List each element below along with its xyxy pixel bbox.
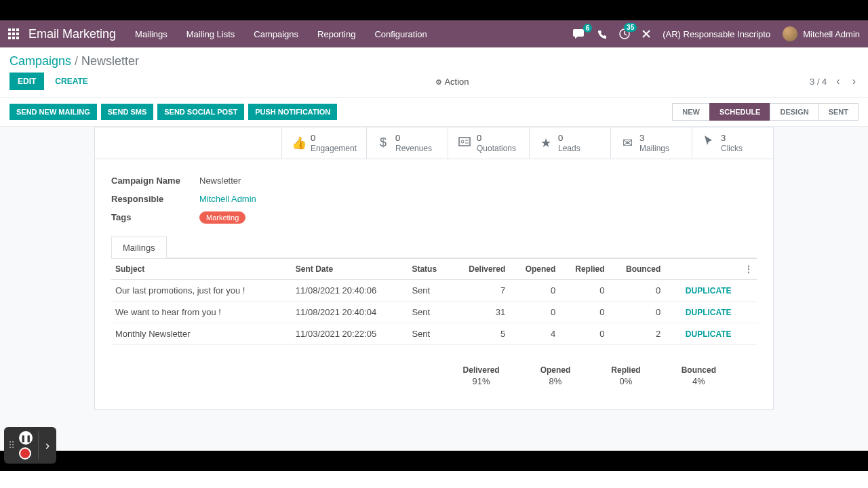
status-sent[interactable]: SENT [818,103,859,121]
main-nav: Mailings Mailing Lists Campaigns Reporti… [135,29,573,39]
col-status[interactable]: Status [408,258,451,279]
tab-mailings[interactable]: Mailings [111,237,167,258]
breadcrumb-root[interactable]: Campaigns [9,54,71,68]
nav-mailings[interactable]: Mailings [135,29,167,39]
duplicate-button[interactable]: DUPLICATE [686,286,732,296]
star-icon: ★ [539,136,553,150]
total-replied-val: 0% [611,376,640,386]
total-opened-val: 8% [540,376,571,386]
drag-handle-icon[interactable]: ⠿ [8,440,15,451]
breadcrumb-current: Newsletter [81,54,139,68]
phone-icon[interactable] [597,29,607,39]
nav-campaigns[interactable]: Campaigns [254,29,298,39]
stat-engagement[interactable]: 👍 0Engagement [281,127,366,159]
totals-summary: Delivered 91% Opened 8% Replied 0% Bounc… [111,345,757,393]
dollar-icon: $ [376,136,390,150]
send-new-mailing-button[interactable]: SEND NEW MAILING [9,104,97,120]
total-delivered-label: Delivered [463,365,500,375]
duplicate-button[interactable]: DUPLICATE [686,329,732,339]
send-sms-button[interactable]: SEND SMS [101,104,153,120]
stat-leads[interactable]: ★ 0Leads [529,127,610,159]
record-icon[interactable] [19,447,31,460]
stat-revenues[interactable]: $ 0Revenues [366,127,448,159]
company-selector[interactable]: (AR) Responsable Inscripto [663,29,770,39]
svg-point-2 [461,140,464,143]
total-bounced-val: 4% [682,376,716,386]
avatar [783,26,797,41]
table-row[interactable]: We want to hear from you ! 11/08/2021 20… [111,301,757,323]
pager-next[interactable]: › [850,75,859,87]
pager-prev[interactable]: ‹ [833,75,842,87]
envelope-icon: ✉ [620,136,634,150]
campaign-name-value: Newsletter [199,176,241,186]
status-design[interactable]: DESIGN [770,103,818,121]
tags-label: Tags [111,212,199,222]
messaging-icon[interactable]: 6 [573,29,585,39]
chevron-right-icon[interactable]: › [43,439,52,453]
activities-badge: 35 [624,23,637,32]
screen-recorder-widget[interactable]: ⠿ ❚❚ › [4,427,56,464]
cursor-icon [702,135,715,150]
col-sent-date[interactable]: Sent Date [292,258,408,279]
messaging-badge: 6 [583,24,593,33]
top-navbar: Email Marketing Mailings Mailing Lists C… [0,20,868,47]
mailings-table: Subject Sent Date Status Delivered Opene… [111,258,757,345]
duplicate-button[interactable]: DUPLICATE [686,308,732,317]
status-new[interactable]: NEW [672,103,709,121]
app-title: Email Marketing [28,27,116,41]
quotation-icon [458,136,471,150]
nav-reporting[interactable]: Reporting [317,29,355,39]
thumbs-up-icon: 👍 [292,136,305,150]
total-opened-label: Opened [540,365,571,375]
svg-rect-1 [459,138,470,146]
tag-marketing[interactable]: Marketing [199,211,245,224]
total-delivered-val: 91% [463,376,500,386]
stat-quotations[interactable]: 0Quotations [448,127,529,159]
column-options-icon[interactable]: ⋮ [736,258,757,279]
stat-buttons: 👍 0Engagement $ 0Revenues 0Quotations ★ … [95,127,773,159]
send-social-post-button[interactable]: SEND SOCIAL POST [157,104,244,120]
col-delivered[interactable]: Delivered [451,258,509,279]
table-row[interactable]: Our last promotions, just for you ! 11/0… [111,279,757,301]
col-opened[interactable]: Opened [509,258,559,279]
pause-icon[interactable]: ❚❚ [19,431,33,445]
stat-clicks[interactable]: 3Clicks [692,127,773,159]
col-bounced[interactable]: Bounced [609,258,665,279]
nav-mailing-lists[interactable]: Mailing Lists [186,29,235,39]
campaign-name-label: Campaign Name [111,176,199,186]
stat-mailings[interactable]: ✉ 3Mailings [610,127,692,159]
activities-icon[interactable]: 35 [619,28,630,39]
status-schedule[interactable]: SCHEDULE [709,103,770,121]
status-bar: NEW SCHEDULE DESIGN SENT [672,103,859,121]
table-row[interactable]: Monthly Newsletter 11/03/2021 20:22:05 S… [111,323,757,344]
push-notification-button[interactable]: PUSH NOTIFICATION [248,104,337,120]
form-sheet: 👍 0Engagement $ 0Revenues 0Quotations ★ … [94,127,774,410]
nav-configuration[interactable]: Configuration [374,29,427,39]
user-menu[interactable]: Mitchell Admin [783,26,860,41]
responsible-value[interactable]: Mitchell Admin [199,194,256,204]
create-button[interactable]: CREATE [48,73,94,90]
user-name: Mitchell Admin [803,29,860,39]
pager-count: 3 / 4 [810,77,827,87]
col-replied[interactable]: Replied [559,258,608,279]
breadcrumb: Campaigns / Newsletter [9,54,859,68]
responsible-label: Responsible [111,194,199,204]
close-icon[interactable] [642,30,650,38]
total-bounced-label: Bounced [682,365,716,375]
edit-button[interactable]: EDIT [9,73,44,90]
action-dropdown[interactable]: Action [435,77,469,87]
total-replied-label: Replied [611,365,640,375]
apps-icon[interactable] [8,28,19,39]
col-subject[interactable]: Subject [111,258,292,279]
